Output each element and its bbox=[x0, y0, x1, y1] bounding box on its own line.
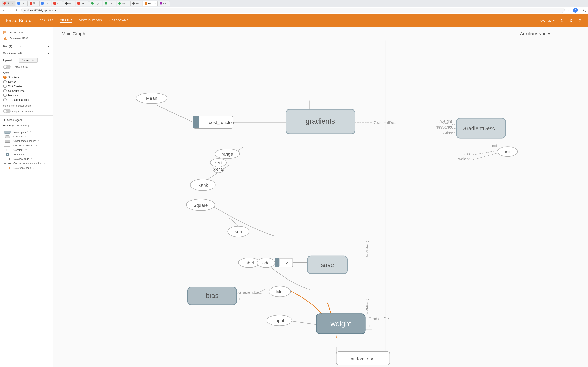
nav-graphs[interactable]: GRAPHS bbox=[60, 19, 72, 23]
radio-xla bbox=[3, 85, 7, 88]
tab-item[interactable]: 1.3... bbox=[16, 1, 27, 6]
gradient-desc-bias-label: GradientDe... bbox=[238, 290, 262, 295]
trace-inputs-toggle[interactable] bbox=[3, 65, 11, 69]
session-select[interactable] bbox=[24, 51, 50, 55]
control-label: Control dependency edge bbox=[13, 162, 42, 165]
save-label: save bbox=[321, 261, 334, 268]
color-device-label: Device bbox=[8, 80, 16, 83]
legend-summary: Summary ? bbox=[3, 152, 50, 157]
mean-label: Mean bbox=[146, 96, 157, 101]
bookmark-icon[interactable]: ☆ bbox=[566, 8, 571, 13]
upload-label: Upload bbox=[3, 59, 17, 62]
help-button[interactable]: ? bbox=[577, 17, 583, 24]
session-runs-field: Session runs (0) bbox=[0, 50, 53, 57]
nav-distributions[interactable]: DISTRIBUTIONS bbox=[79, 19, 102, 23]
z-icon bbox=[275, 258, 279, 267]
opnode-icon bbox=[3, 135, 11, 138]
color-xla[interactable]: XLA Cluster bbox=[3, 84, 50, 89]
expandable-note: (* = expandable) bbox=[12, 124, 29, 127]
tab-item[interactable]: 1.3... bbox=[39, 1, 51, 6]
opnode-help[interactable]: ? bbox=[25, 135, 26, 138]
color-tpu[interactable]: TPU Compatibility bbox=[3, 98, 50, 102]
browser-tabs: 运... ✕ 1.3... 新... 1.3... sp... eril... … bbox=[0, 0, 588, 7]
tab-item[interactable]: mo... bbox=[130, 1, 142, 6]
download-png-button[interactable]: Download PNG bbox=[0, 35, 53, 41]
color-memory[interactable]: Memory bbox=[3, 93, 50, 98]
main-layout: Fit to screen Download PNG Run (1) . bbox=[0, 27, 588, 367]
delta-label: delta bbox=[214, 167, 223, 171]
bias-init-label: init bbox=[238, 297, 244, 301]
dataflow-help[interactable]: ? bbox=[31, 158, 33, 160]
init-aux-label: init bbox=[505, 149, 510, 154]
forward-button[interactable]: → bbox=[8, 8, 13, 13]
range-label: range bbox=[222, 151, 233, 157]
legend-control: Control dependency edge ? bbox=[3, 161, 50, 166]
url-text: localhost:6006/#graphs&run=. bbox=[24, 9, 57, 12]
aux-weight-label-2: weight bbox=[458, 157, 470, 161]
colors-label: colors bbox=[3, 104, 10, 107]
tab-item[interactable]: ma... bbox=[158, 1, 170, 6]
reference-help[interactable]: ? bbox=[33, 167, 34, 169]
status-select[interactable]: INACTIVE bbox=[536, 18, 556, 24]
tab-item[interactable]: 新... bbox=[28, 1, 39, 6]
session-runs-label: Session runs (0) bbox=[3, 52, 23, 55]
cost-function-icon bbox=[193, 116, 199, 128]
fit-to-screen-button[interactable]: Fit to screen bbox=[0, 30, 53, 35]
svg-marker-9 bbox=[9, 163, 11, 164]
namespace-help[interactable]: ? bbox=[30, 131, 31, 133]
aux-init-label-1: init bbox=[492, 143, 497, 148]
nav-histograms[interactable]: HISTOGRAMS bbox=[109, 19, 129, 23]
color-compute-label: Compute time bbox=[8, 89, 25, 92]
color-structure-label: Structure bbox=[8, 76, 19, 79]
trace-inputs-label: Trace inputs bbox=[13, 66, 27, 68]
svg-marker-7 bbox=[9, 158, 11, 160]
profile-initial: G bbox=[575, 9, 576, 11]
color-compute[interactable]: Compute time bbox=[3, 89, 50, 93]
nav-scalars[interactable]: SCALARS bbox=[40, 19, 53, 23]
bias-label: bias bbox=[206, 292, 219, 300]
constant-help[interactable]: ? bbox=[25, 149, 26, 151]
profile-icon[interactable]: G bbox=[573, 8, 578, 13]
z-label: z bbox=[286, 260, 288, 266]
control-help[interactable]: ? bbox=[43, 162, 45, 165]
run-select[interactable]: . bbox=[19, 44, 50, 48]
fit-icon bbox=[3, 30, 7, 34]
tab-item[interactable]: 17(0... bbox=[89, 1, 103, 6]
unique-substructure-toggle[interactable] bbox=[3, 109, 11, 113]
color-tpu-label: TPU Compatibility bbox=[8, 98, 29, 101]
square-label: Square bbox=[193, 203, 208, 208]
summary-help[interactable]: ? bbox=[26, 153, 27, 156]
tab-item[interactable]: 17(0... bbox=[76, 1, 89, 6]
random-nor-label: random_nor... bbox=[349, 356, 377, 361]
refresh-button[interactable]: ↻ bbox=[559, 17, 565, 24]
tab-item[interactable]: 运... ✕ bbox=[2, 1, 15, 6]
tab-item[interactable]: 17(0... bbox=[103, 1, 116, 6]
address-bar[interactable]: localhost:6006/#graphs&run=. bbox=[21, 8, 565, 13]
unconnected-help[interactable]: ? bbox=[38, 140, 39, 142]
reference-label: Reference edge bbox=[13, 167, 31, 169]
radio-compute bbox=[3, 89, 7, 92]
graph-area[interactable]: Main Graph Auxiliary Nodes bbox=[53, 27, 588, 367]
graph-svg[interactable]: 2 tensors 2 tensors Mean cost_functon gr… bbox=[53, 27, 588, 367]
same-substructure-label: same substructure bbox=[11, 104, 32, 107]
tab-item[interactable]: eril... bbox=[63, 1, 75, 6]
tab-tensorboard[interactable]: Ten... ✕ bbox=[143, 1, 158, 6]
back-button[interactable]: ← bbox=[2, 8, 7, 13]
connected-help[interactable]: ? bbox=[35, 144, 37, 147]
reload-button[interactable]: ↻ bbox=[15, 8, 20, 13]
tab-item[interactable]: 18(0... bbox=[117, 1, 130, 6]
fit-to-screen-label: Fit to screen bbox=[10, 31, 25, 34]
choose-file-button[interactable]: Choose File bbox=[19, 58, 38, 63]
close-legend-button[interactable]: ▼ Close legend. bbox=[0, 117, 53, 123]
color-device[interactable]: Device bbox=[3, 80, 50, 84]
connected-label: Connected series* bbox=[13, 144, 34, 147]
close-legend-label: Close legend. bbox=[7, 118, 24, 122]
rank-label: Rank bbox=[198, 183, 208, 188]
namespace-icon bbox=[3, 131, 11, 134]
graph-legend-title: Graph bbox=[3, 124, 11, 127]
color-structure[interactable]: Structure bbox=[3, 75, 50, 80]
settings-button[interactable]: ⚙ bbox=[568, 17, 574, 24]
tab-item[interactable]: sp... bbox=[52, 1, 63, 6]
run-label: Run (1) bbox=[3, 45, 17, 48]
constant-label: Constant bbox=[13, 149, 23, 151]
